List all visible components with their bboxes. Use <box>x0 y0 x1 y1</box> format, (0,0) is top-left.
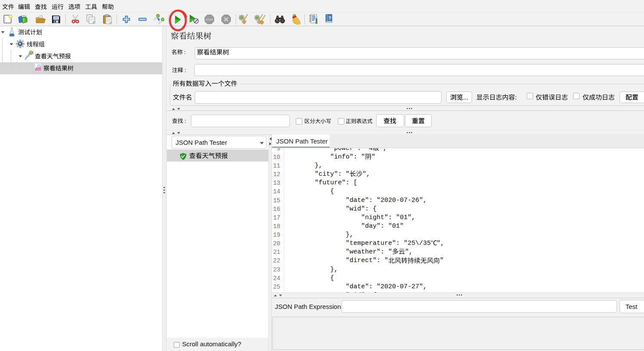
svg-text:?: ? <box>328 15 331 21</box>
svg-text:STOP: STOP <box>206 18 213 21</box>
